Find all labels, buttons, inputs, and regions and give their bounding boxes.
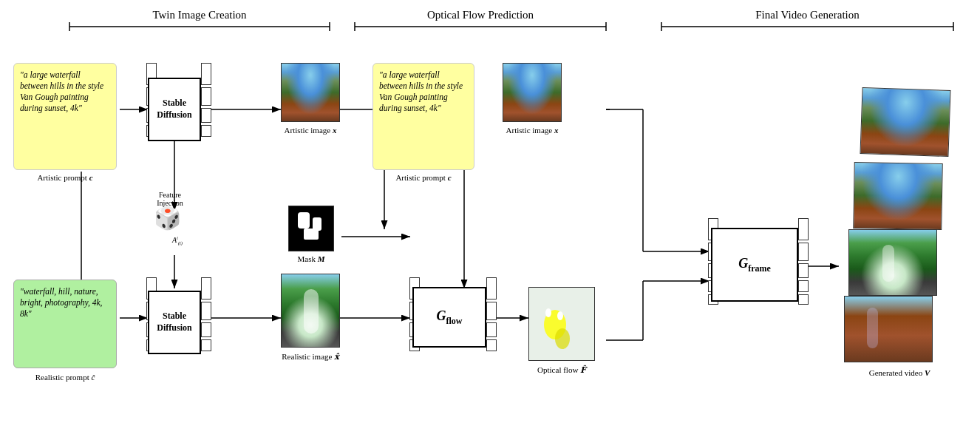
mask-label: Mask M <box>276 254 347 263</box>
realistic-image-label: Realistic image x̂ <box>266 352 355 362</box>
unet-gflow-dec-4 <box>486 339 497 351</box>
unet-top-dec-3 <box>201 108 211 123</box>
stable-diffusion-bottom: Stable Diffusion <box>148 291 201 354</box>
unet-gflow-dec-2 <box>486 302 497 320</box>
artistic-prompt-box: "a large waterfall between hills in the … <box>13 63 117 170</box>
artistic-prompt-of-box: "a large waterfall between hills in the … <box>372 63 474 170</box>
feature-injection-subscript: Ai(t) <box>155 235 200 246</box>
g-flow-box: Gflow <box>412 287 486 348</box>
unet-bot-dec-2 <box>201 302 211 320</box>
final-video-title: Final Video Generation <box>661 9 953 21</box>
mask-box <box>288 206 334 251</box>
cube-icon: 🎲 <box>154 207 181 229</box>
realistic-image <box>281 274 340 348</box>
twin-image-creation-title: Twin Image Creation <box>69 9 330 21</box>
unet-gflow-dec-3 <box>486 322 497 337</box>
video-frame-1 <box>844 296 933 362</box>
g-frame-label: Gframe <box>738 256 771 274</box>
unet-bot-dec-4 <box>201 339 211 351</box>
unet-gframe-dec-1 <box>798 218 809 240</box>
artistic-image-top-label: Artistic image x <box>266 126 355 135</box>
unet-gflow-dec-1 <box>486 277 497 300</box>
unet-bot-dec-3 <box>201 322 211 337</box>
realistic-prompt-label: Realistic prompt ĉ <box>13 373 117 382</box>
optical-flow-title: Optical Flow Prediction <box>355 9 606 21</box>
unet-gframe-dec-5 <box>798 294 809 305</box>
artistic-prompt-of-text: "a large waterfall between hills in the … <box>379 70 463 112</box>
unet-gframe-dec-3 <box>798 263 809 278</box>
sd-bottom-label: Stable Diffusion <box>149 311 200 334</box>
video-frame-2 <box>848 229 937 296</box>
sd-top-label: Stable Diffusion <box>149 98 200 121</box>
artistic-prompt-text: "a large waterfall between hills in the … <box>20 70 103 112</box>
optical-flow-output <box>528 287 595 361</box>
unet-gframe-dec-4 <box>798 280 809 292</box>
unet-bot-dec-1 <box>201 277 211 300</box>
artistic-image-top <box>281 63 340 122</box>
artistic-prompt-label: Artistic prompt c <box>13 173 117 182</box>
feature-injection-label: FeatureInjection <box>137 191 203 207</box>
realistic-prompt-box: "waterfall, hill, nature, bright, photog… <box>13 280 117 368</box>
unet-top-dec-2 <box>201 87 211 106</box>
feature-injection-container: 🎲 <box>154 207 181 229</box>
g-flow-label: Gflow <box>437 308 463 327</box>
artistic-image-of-label: Artistic image x <box>488 126 576 135</box>
stable-diffusion-top: Stable Diffusion <box>148 78 201 141</box>
realistic-prompt-text: "waterfall, hill, nature, bright, photog… <box>20 287 103 318</box>
g-frame-box: Gframe <box>711 228 798 302</box>
optical-flow-label: Optical flow F̂ <box>514 365 610 375</box>
video-frame-4 <box>860 87 950 157</box>
unet-gframe-dec-2 <box>798 243 809 261</box>
generated-video-label: Generated video V <box>844 368 955 377</box>
artistic-image-of <box>503 63 562 122</box>
unet-top-dec-4 <box>201 125 211 137</box>
unet-top-dec-1 <box>201 63 211 85</box>
artistic-prompt-of-label: Artistic prompt c <box>372 173 474 182</box>
video-frame-3 <box>853 162 943 230</box>
